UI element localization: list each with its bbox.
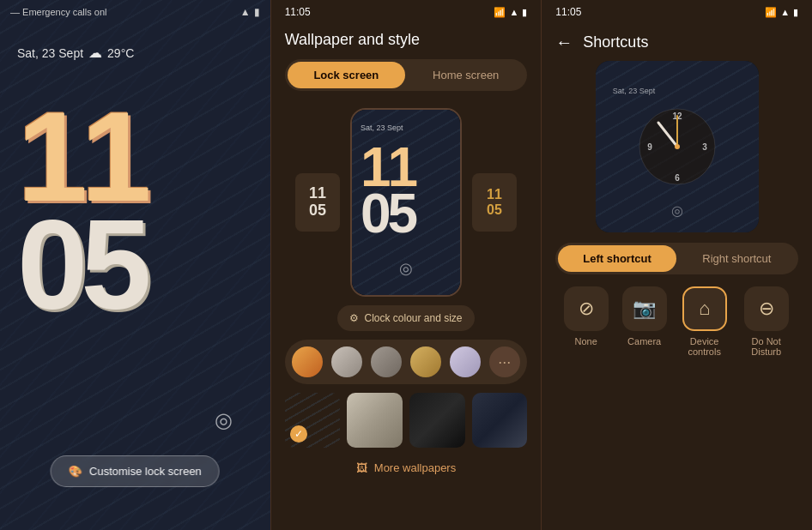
p3-header: ← Shortcuts bbox=[542, 24, 812, 61]
p3-page-title: Shortcuts bbox=[583, 33, 648, 51]
color-taupe[interactable] bbox=[371, 346, 402, 377]
clock-btn-label: Clock colour and size bbox=[364, 312, 462, 324]
p3-wifi-icon: ▲ bbox=[780, 7, 790, 17]
p2-wifi-icon: ▲ bbox=[509, 7, 518, 17]
svg-text:3: 3 bbox=[702, 142, 707, 152]
svg-text:9: 9 bbox=[647, 142, 652, 152]
customise-label: Customise lock screen bbox=[89, 465, 202, 478]
p3-tab-bar: Left shortcut Right shortcut bbox=[555, 243, 798, 274]
p2-tab-bar: Lock screen Home screen bbox=[285, 59, 528, 91]
fingerprint-icon[interactable]: ◎ bbox=[209, 405, 239, 436]
small-clock-1-min: 05 bbox=[309, 202, 326, 220]
p3-signal-icon: 📶 bbox=[765, 7, 777, 18]
p3-clock-area: Sat, 23 Sept 12 3 6 9 bbox=[613, 87, 742, 190]
tab-left-shortcut[interactable]: Left shortcut bbox=[558, 245, 676, 272]
camera-icon: 📷 bbox=[622, 286, 667, 331]
clock-minute: 05 bbox=[17, 211, 145, 319]
p3-battery-icon: ▮ bbox=[793, 7, 798, 18]
status-bar: — Emergency calls onl ▲ ▮ bbox=[0, 0, 270, 24]
small-preview-right[interactable]: 11 05 bbox=[472, 173, 517, 232]
small-clock-2-min: 05 bbox=[487, 202, 502, 218]
tab-home-screen[interactable]: Home screen bbox=[407, 62, 524, 88]
lock-screen-clock: 11 05 bbox=[17, 103, 145, 319]
none-label: None bbox=[575, 336, 597, 346]
wallpaper-selected-check: ✓ bbox=[290, 425, 307, 443]
customise-icon: 🎨 bbox=[69, 465, 82, 478]
p2-status-time: 11:05 bbox=[285, 6, 311, 18]
preview-row: 11 05 Sat, 23 Sept 11 05 ◎ 11 05 bbox=[285, 108, 528, 297]
p3-status-bar: 11:05 📶 ▲ ▮ bbox=[542, 0, 812, 24]
status-icons: ▲ ▮ bbox=[240, 6, 260, 18]
customise-lock-screen-button[interactable]: 🎨 Customise lock screen bbox=[51, 455, 220, 487]
shortcut-grid: ⊘ None 📷 Camera ⌂ Device controls ⊖ Do N… bbox=[542, 286, 812, 357]
dnd-label: Do Not Disturb bbox=[742, 336, 791, 357]
preview-fingerprint-icon: ◎ bbox=[399, 259, 413, 278]
shortcut-dnd[interactable]: ⊖ Do Not Disturb bbox=[742, 286, 791, 357]
settings-icon: ⚙ bbox=[349, 312, 359, 324]
wallpaper-thumb-4[interactable] bbox=[472, 393, 528, 448]
small-clock-1: 11 05 bbox=[309, 185, 326, 220]
device-controls-label: Device controls bbox=[681, 336, 729, 357]
shortcut-camera[interactable]: 📷 Camera bbox=[622, 286, 667, 357]
tab-lock-screen[interactable]: Lock screen bbox=[288, 62, 405, 88]
svg-point-7 bbox=[675, 144, 680, 149]
color-lavender[interactable] bbox=[450, 346, 481, 377]
tab-lock-label: Lock screen bbox=[313, 69, 379, 81]
analog-clock: 12 3 6 9 bbox=[634, 104, 720, 190]
preview-minute: 05 bbox=[361, 190, 415, 237]
wifi-icon: ▲ bbox=[240, 6, 251, 18]
weather-icon: ☁ bbox=[88, 45, 102, 61]
small-clock-1-hour: 11 bbox=[309, 185, 326, 202]
p2-page-title: Wallpaper and style bbox=[285, 31, 528, 49]
p2-status-bar: 11:05 📶 ▲ ▮ bbox=[271, 0, 542, 24]
p2-header: Wallpaper and style Lock screen Home scr… bbox=[271, 24, 542, 101]
color-grey[interactable] bbox=[331, 346, 362, 377]
color-gold[interactable] bbox=[410, 346, 441, 377]
preview-clock: 11 05 bbox=[361, 144, 415, 238]
preview-date: Sat, 23 Sept bbox=[361, 123, 403, 132]
date-text: Sat, 23 Sept bbox=[17, 46, 83, 60]
add-photo-icon: 🖼 bbox=[356, 461, 367, 474]
small-clock-2: 11 05 bbox=[487, 187, 502, 217]
small-preview-left[interactable]: 11 05 bbox=[295, 173, 340, 232]
more-colors-button[interactable]: ··· bbox=[489, 346, 520, 377]
wallpaper-thumb-1[interactable]: ✓ bbox=[285, 393, 341, 448]
p3-fingerprint-icon: ◎ bbox=[671, 202, 683, 219]
emergency-text: — Emergency calls onl bbox=[10, 7, 107, 17]
device-controls-icon: ⌂ bbox=[682, 286, 727, 331]
main-preview[interactable]: Sat, 23 Sept 11 05 ◎ bbox=[350, 108, 462, 297]
lock-screen-panel: — Emergency calls onl ▲ ▮ Sat, 23 Sept ☁… bbox=[0, 0, 270, 530]
tab-home-label: Home screen bbox=[433, 69, 499, 81]
p2-status-icons: 📶 ▲ ▮ bbox=[494, 7, 527, 18]
wallpaper-thumbnail-row: ✓ bbox=[285, 393, 528, 448]
clock-colour-size-button[interactable]: ⚙ Clock colour and size bbox=[337, 305, 474, 331]
battery-icon: ▮ bbox=[254, 6, 260, 18]
date-display: Sat, 23 Sept ☁ 29°C bbox=[17, 45, 134, 61]
p2-battery-icon: ▮ bbox=[522, 7, 527, 18]
color-warm[interactable] bbox=[292, 346, 323, 377]
more-wallpapers-button[interactable]: 🖼 More wallpapers bbox=[285, 456, 528, 479]
fingerprint-symbol: ◎ bbox=[215, 408, 233, 432]
back-button[interactable]: ← bbox=[555, 33, 573, 52]
none-icon: ⊘ bbox=[564, 286, 609, 331]
dnd-icon: ⊖ bbox=[744, 286, 789, 331]
p3-status-time: 11:05 bbox=[555, 6, 581, 18]
p2-signal-icon: 📶 bbox=[494, 7, 506, 18]
wallpaper-style-panel: 11:05 📶 ▲ ▮ Wallpaper and style Lock scr… bbox=[271, 0, 542, 530]
shortcut-none[interactable]: ⊘ None bbox=[564, 286, 609, 357]
tab-left-label: Left shortcut bbox=[583, 252, 651, 265]
more-dots-icon: ··· bbox=[498, 353, 511, 371]
camera-label: Camera bbox=[627, 336, 661, 346]
tab-right-shortcut[interactable]: Right shortcut bbox=[678, 245, 796, 272]
shortcuts-panel: 11:05 📶 ▲ ▮ ← Shortcuts Sat, 23 Sept 12 … bbox=[542, 0, 812, 530]
wallpaper-thumb-3[interactable] bbox=[409, 393, 465, 448]
small-clock-2-hour: 11 bbox=[487, 187, 502, 202]
wallpaper-thumb-2[interactable] bbox=[347, 393, 403, 448]
more-wallpapers-label: More wallpapers bbox=[374, 461, 456, 474]
temperature: 29°C bbox=[107, 46, 134, 60]
p3-status-icons: 📶 ▲ ▮ bbox=[765, 7, 798, 18]
p3-preview-date: Sat, 23 Sept bbox=[613, 87, 742, 95]
p2-main-content: 11 05 Sat, 23 Sept 11 05 ◎ 11 05 bbox=[271, 101, 542, 530]
color-swatch-row: ··· bbox=[285, 340, 528, 384]
shortcut-device-controls[interactable]: ⌂ Device controls bbox=[681, 286, 729, 357]
